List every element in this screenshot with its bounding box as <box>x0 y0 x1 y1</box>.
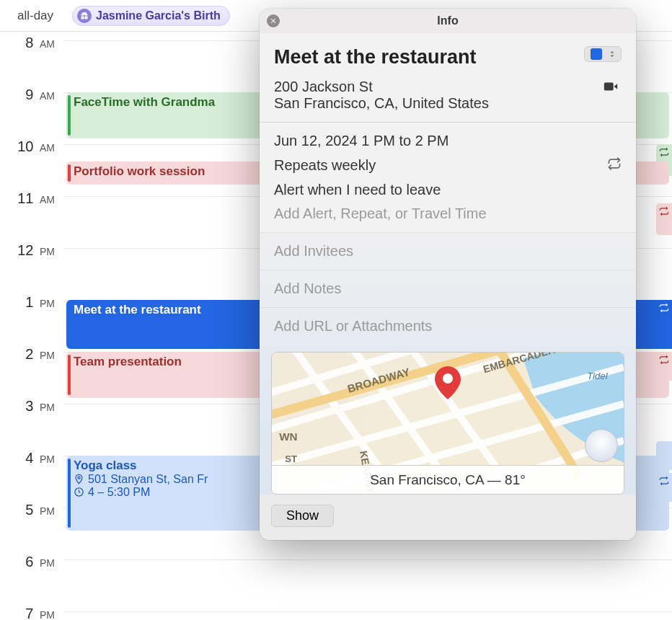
show-button[interactable]: Show <box>271 505 334 527</box>
datetime-section: Jun 12, 2024 1 PM to 2 PM Repeats weekly… <box>260 123 636 232</box>
event-title-field[interactable]: Meet at the restaurant <box>274 46 477 68</box>
add-notes-button[interactable]: Add Notes <box>260 270 636 307</box>
popover-window-title: Info <box>437 14 458 27</box>
event-chip-right[interactable] <box>656 441 672 470</box>
calendar-color-swatch <box>591 48 602 60</box>
add-invitees-button[interactable]: Add Invitees <box>260 232 636 270</box>
add-url-button[interactable]: Add URL or Attachments <box>260 307 636 345</box>
datetime-row[interactable]: Jun 12, 2024 1 PM to 2 PM <box>274 133 622 149</box>
popover-titlebar: Info <box>260 9 636 33</box>
map-3d-badge[interactable] <box>585 429 618 462</box>
hour-label: 4 PM <box>0 450 63 466</box>
event-time: 4 – 5:30 PM <box>88 486 150 499</box>
location-line1: 200 Jackson St <box>274 79 489 95</box>
location-map[interactable]: BROADWAY KEARNY EMBARCADERO Tidel WN ST … <box>271 352 624 495</box>
hour-label: 3 PM <box>0 398 63 415</box>
map-weather-caption: San Francisco, CA — 81° <box>272 465 624 494</box>
repeat-icon <box>607 156 622 174</box>
hour-label: 9 AM <box>0 87 63 103</box>
allday-event-pill[interactable]: Jasmine Garcia's Birth <box>72 6 230 26</box>
location-line2: San Francisco, CA, United States <box>274 95 489 112</box>
location-pin-icon <box>74 474 85 485</box>
event-chip-right[interactable] <box>656 473 672 502</box>
alert-row[interactable]: Alert when I need to leave <box>274 182 622 198</box>
allday-event-title: Jasmine Garcia's Birth <box>96 9 221 22</box>
repeat-icon <box>659 476 669 486</box>
svg-rect-2 <box>604 83 614 91</box>
close-icon <box>270 17 277 25</box>
repeat-row[interactable]: Repeats weekly <box>274 156 622 174</box>
repeat-icon <box>659 303 669 313</box>
video-call-icon[interactable] <box>600 79 622 98</box>
map-street-label: ST <box>285 453 297 464</box>
hour-label: 6 PM <box>0 554 63 570</box>
hour-label: 10 AM <box>0 138 63 155</box>
hour-label: 8 AM <box>0 35 63 51</box>
popover-footer: Show <box>260 495 636 540</box>
svg-point-0 <box>78 477 80 479</box>
hour-label: 11 AM <box>0 190 63 207</box>
hour-label: 1 PM <box>0 294 63 311</box>
gift-icon <box>77 9 92 23</box>
allday-label: all-day <box>17 9 72 23</box>
calendar-color-picker[interactable] <box>584 46 622 62</box>
event-chip-right[interactable] <box>656 352 672 381</box>
popover-extras: Add Invitees Add Notes Add URL or Attach… <box>260 232 636 540</box>
chevron-updown-icon <box>608 50 616 58</box>
clock-icon <box>74 487 85 498</box>
event-chip-right[interactable] <box>656 203 672 235</box>
event-location: 501 Stanyan St, San Fr <box>88 473 208 486</box>
hour-label: 7 PM <box>0 606 63 620</box>
repeat-icon <box>659 355 669 365</box>
event-repeat: Repeats weekly <box>274 157 376 174</box>
svg-point-14 <box>443 373 453 384</box>
map-street-label: WN <box>279 430 297 443</box>
map-pin-icon <box>435 366 461 402</box>
map-street-label: Tidel <box>587 371 609 381</box>
event-info-popover: Info Meet at the restaurant 200 Jackson … <box>260 9 636 540</box>
hour-label: 12 PM <box>0 242 63 259</box>
event-datetime: Jun 12, 2024 1 PM to 2 PM <box>274 133 448 149</box>
add-alert-button[interactable]: Add Alert, Repeat, or Travel Time <box>274 205 622 222</box>
popover-header: Meet at the restaurant <box>260 33 636 79</box>
event-alert: Alert when I need to leave <box>274 182 441 198</box>
close-button[interactable] <box>267 14 280 27</box>
add-alert-label: Add Alert, Repeat, or Travel Time <box>274 205 487 222</box>
event-location-row[interactable]: 200 Jackson St San Francisco, CA, United… <box>260 79 636 122</box>
event-chip-right[interactable] <box>656 300 672 349</box>
hour-label: 5 PM <box>0 502 63 518</box>
repeat-icon <box>659 147 669 157</box>
hour-label: 2 PM <box>0 346 63 363</box>
repeat-icon <box>659 206 669 216</box>
